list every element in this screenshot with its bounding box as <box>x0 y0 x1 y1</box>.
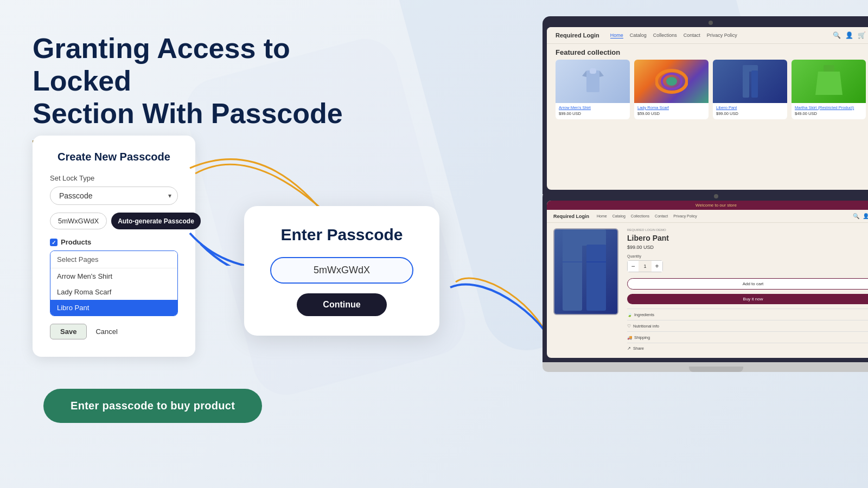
shop-nav-icons-top: 🔍 👤 🛒 <box>833 31 866 39</box>
laptop-screen-outer-top: Required Login Home Catalog Collections … <box>542 16 868 194</box>
lock-type-label: Set Lock Type <box>50 174 178 182</box>
accordion-nutrition-label: ♡ Nutritional info <box>627 324 659 329</box>
svg-rect-12 <box>824 65 834 72</box>
featured-title: Featured collection <box>547 44 868 60</box>
product-price-skirt: $49.00 USD <box>792 111 866 116</box>
qty-increase-button[interactable]: + <box>652 261 662 272</box>
search-icon-top[interactable]: 🔍 <box>833 31 841 39</box>
product-item-shirt[interactable]: Arrow Men's Shirt <box>50 268 177 284</box>
shop-screen-top: Required Login Home Catalog Collections … <box>547 27 868 190</box>
shop-nav-links-top: Home Catalog Collections Contact Privacy… <box>610 33 822 38</box>
shop-logo-top: Required Login <box>556 32 599 38</box>
products-grid: Arrow Men's Shirt $99.00 USD Lady Roma S… <box>547 60 868 119</box>
create-passcode-card: Create New Passcode Set Lock Type Passco… <box>33 136 195 357</box>
svg-rect-16 <box>586 245 606 311</box>
product-img-jeans <box>713 60 787 103</box>
product-card-jeans: Libero Pant $99.00 USD <box>713 60 787 119</box>
pnav-home[interactable]: Home <box>597 214 607 218</box>
svg-point-8 <box>666 77 677 86</box>
laptop-bottom: Welcome to our store Required Login Home… <box>542 190 868 372</box>
product-name-scarf: Lady Roma Scarf <box>634 103 709 111</box>
product-detail-section: REQUIRED LOGIN DEMO Libero Pant $99.00 U… <box>547 223 868 358</box>
hero-title: Granting Access to Locked Section With P… <box>33 33 369 130</box>
nav-policy-top[interactable]: Privacy Policy <box>707 33 737 38</box>
laptop-screen-outer-bottom: Welcome to our store Required Login Home… <box>542 190 868 362</box>
enter-passcode-popup: Enter Passcode Continue <box>244 206 439 336</box>
product-price-jeans: $99.00 USD <box>713 111 787 116</box>
nav-contact-top[interactable]: Contact <box>684 33 700 38</box>
save-button[interactable]: Save <box>50 324 87 339</box>
shop-nav-top: Required Login Home Catalog Collections … <box>547 27 868 44</box>
laptop-camera-top <box>709 21 713 25</box>
heart-icon: ♡ <box>627 324 631 329</box>
user-icon-bottom[interactable]: 👤 <box>863 213 868 219</box>
accordion-share-label: ↗ Share <box>627 346 644 351</box>
product-detail-price: $99.00 USD <box>627 245 868 250</box>
passcode-value-display: 5mWxGWdX <box>50 213 107 229</box>
buy-now-button[interactable]: Buy it now <box>627 294 868 304</box>
user-icon-top[interactable]: 👤 <box>845 31 853 39</box>
svg-rect-14 <box>563 229 606 246</box>
product-img-scarf <box>634 60 709 103</box>
product-nav-links: Home Catalog Collections Contact Privacy… <box>597 214 697 218</box>
add-to-cart-button[interactable]: Add to cart <box>627 278 868 290</box>
svg-rect-10 <box>743 70 749 98</box>
search-icon-bottom[interactable]: 🔍 <box>853 213 859 219</box>
product-name-skirt: Martha Skirt (Restricted Product) <box>792 103 866 111</box>
product-nav: Required Login Home Catalog Collections … <box>547 210 868 223</box>
pnav-contact[interactable]: Contact <box>655 214 668 218</box>
qty-label: Quantity <box>627 254 868 258</box>
pnav-collections[interactable]: Collections <box>631 214 649 218</box>
cancel-button[interactable]: Cancel <box>91 324 122 339</box>
nav-home-top[interactable]: Home <box>610 33 623 38</box>
product-item-scarf[interactable]: Lady Roma Scarf <box>50 284 177 300</box>
product-item-pant[interactable]: Libro Pant <box>50 300 177 316</box>
passcode-input[interactable] <box>270 257 413 284</box>
qty-control: − 1 + <box>627 260 663 272</box>
qty-value: 1 <box>639 264 652 269</box>
product-name-shirt: Arrow Men's Shirt <box>556 103 630 111</box>
laptop-base-bottom <box>542 362 868 372</box>
product-img-skirt <box>792 60 866 103</box>
products-checkbox-icon[interactable] <box>50 239 58 246</box>
product-detail-info: REQUIRED LOGIN DEMO Libero Pant $99.00 U… <box>627 228 868 354</box>
product-name-jeans: Libero Pant <box>713 103 787 111</box>
accordion-ingredients: 🍃 Ingredients › <box>627 309 868 320</box>
shop-screen-bottom: Welcome to our store Required Login Home… <box>547 201 868 358</box>
product-detail-image <box>553 228 618 315</box>
product-card-scarf: Lady Roma Scarf $59.00 USD <box>634 60 709 119</box>
products-section: Products Select Pages Arrow Men's Shirt … <box>50 238 178 316</box>
products-label: Products <box>50 238 178 246</box>
card-title: Create New Passcode <box>50 151 178 163</box>
card-actions: Save Cancel <box>50 324 178 339</box>
product-card-shirt: Arrow Men's Shirt $99.00 USD <box>556 60 630 119</box>
svg-marker-13 <box>815 72 843 95</box>
products-list: Select Pages Arrow Men's Shirt Lady Roma… <box>50 251 178 316</box>
qty-decrease-button[interactable]: − <box>628 261 639 272</box>
accordion-ingredients-label: 🍃 Ingredients <box>627 312 654 317</box>
product-detail-title: Libero Pant <box>627 234 868 242</box>
welcome-banner: Welcome to our store <box>547 201 868 210</box>
continue-button[interactable]: Continue <box>297 293 386 316</box>
product-card-skirt: Martha Skirt (Restricted Product) $49.00… <box>792 60 866 119</box>
nav-collections-top[interactable]: Collections <box>653 33 677 38</box>
product-img-shirt <box>556 60 630 103</box>
cart-icon-top[interactable]: 🛒 <box>858 31 866 39</box>
laptop-top: Required Login Home Catalog Collections … <box>542 16 868 204</box>
passcode-row: 5mWxGWdX Auto-generate Passcode <box>50 213 178 229</box>
leaf-icon: 🍃 <box>627 312 632 317</box>
laptop-camera-bottom <box>714 194 718 198</box>
svg-marker-4 <box>599 70 604 77</box>
breadcrumb: REQUIRED LOGIN DEMO <box>627 228 868 232</box>
svg-rect-15 <box>563 245 582 311</box>
select-pages-placeholder[interactable]: Select Pages <box>50 251 177 268</box>
pnav-policy[interactable]: Privacy Policy <box>673 214 697 218</box>
nav-catalog-top[interactable]: Catalog <box>630 33 647 38</box>
svg-rect-5 <box>590 68 596 74</box>
enter-passcode-buy-button[interactable]: Enter passcode to buy product <box>43 389 262 423</box>
accordion-nutrition: ♡ Nutritional info › <box>627 320 868 331</box>
lock-type-select[interactable]: Passcode <box>50 187 178 205</box>
pnav-catalog[interactable]: Catalog <box>612 214 626 218</box>
svg-rect-11 <box>751 70 758 98</box>
product-price-shirt: $99.00 USD <box>556 111 630 116</box>
